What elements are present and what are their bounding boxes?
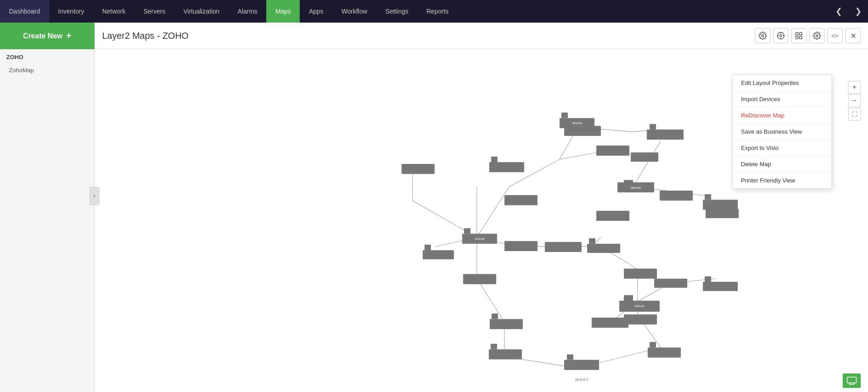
svg-rect-55 xyxy=(505,195,538,205)
svg-rect-82 xyxy=(624,314,657,324)
nav-next-arrow[interactable]: ❯ xyxy=(849,0,868,23)
zoom-controls: + − ⛶ xyxy=(848,81,861,121)
svg-rect-90 xyxy=(564,360,599,370)
nav-reports[interactable]: Reports xyxy=(417,0,458,23)
menu-save-business-view[interactable]: Save as Business View xyxy=(733,124,831,140)
create-new-label: Create New xyxy=(23,32,62,40)
node-25[interactable] xyxy=(490,313,523,329)
nav-alarms[interactable]: Alarms xyxy=(229,0,267,23)
svg-rect-85 xyxy=(491,344,497,349)
node-1[interactable]: device xyxy=(560,112,594,128)
node-11[interactable] xyxy=(703,194,738,210)
node-23[interactable] xyxy=(592,317,628,327)
svg-rect-73 xyxy=(463,274,496,284)
toolbar-code-btn[interactable]: </> xyxy=(827,28,843,43)
nav-servers[interactable]: Servers xyxy=(134,0,174,23)
node-20[interactable] xyxy=(703,276,738,291)
nav-inventory[interactable]: Inventory xyxy=(49,0,94,23)
node-16[interactable] xyxy=(587,238,620,253)
nav-apps[interactable]: Apps xyxy=(300,0,332,23)
node-18[interactable] xyxy=(463,274,496,284)
toolbar-gear-btn[interactable] xyxy=(809,28,825,43)
svg-rect-61 xyxy=(703,200,738,210)
menu-printer-friendly[interactable]: Printer Friendly View xyxy=(733,173,831,188)
nav-settings[interactable]: Settings xyxy=(377,0,418,23)
svg-rect-62 xyxy=(706,209,739,218)
zoom-fit-button[interactable]: ⛶ xyxy=(848,108,861,121)
menu-rediscover-map[interactable]: ReDiscover Map xyxy=(733,107,831,124)
node-22[interactable] xyxy=(654,279,687,288)
node-12[interactable] xyxy=(706,209,739,218)
svg-rect-7 xyxy=(796,33,798,35)
node-17[interactable] xyxy=(423,245,454,260)
nav-workflow[interactable]: Workflow xyxy=(332,0,376,23)
nav-maps[interactable]: Maps xyxy=(266,0,300,23)
node-10[interactable] xyxy=(660,191,693,201)
node-21[interactable]: nexus xyxy=(619,295,660,312)
toolbar-settings-btn[interactable] xyxy=(755,28,770,43)
sidebar-group-zoho[interactable]: ZOHO xyxy=(0,49,94,63)
menu-import-devices[interactable]: Import Devices xyxy=(733,91,831,107)
svg-rect-8 xyxy=(800,33,802,35)
node-3[interactable] xyxy=(647,124,684,140)
svg-text:device: device xyxy=(631,186,642,190)
toolbar-nodes-btn[interactable] xyxy=(791,28,807,43)
node-19[interactable] xyxy=(624,269,657,279)
menu-delete-map[interactable]: Delete Map xyxy=(733,156,831,173)
svg-rect-74 xyxy=(624,269,657,279)
svg-rect-80 xyxy=(654,279,687,288)
svg-rect-89 xyxy=(567,355,573,360)
nav-network[interactable]: Network xyxy=(93,0,134,23)
zoom-out-button[interactable]: − xyxy=(848,94,861,107)
node-hub[interactable]: nexus xyxy=(462,228,497,244)
node-8[interactable] xyxy=(505,195,538,205)
svg-rect-71 xyxy=(425,245,431,250)
svg-point-0 xyxy=(762,35,764,37)
svg-rect-68 xyxy=(545,242,581,252)
node-5[interactable] xyxy=(631,153,658,162)
svg-rect-84 xyxy=(490,319,523,329)
svg-rect-64 xyxy=(464,228,470,233)
node-13[interactable] xyxy=(596,211,629,221)
sidebar-collapse-button[interactable]: ‹ xyxy=(90,187,99,205)
svg-rect-46 xyxy=(566,120,572,126)
toolbar-close-btn[interactable]: ✕ xyxy=(845,28,861,43)
svg-text:nexus: nexus xyxy=(475,237,485,241)
sidebar-item-zohomap[interactable]: ZohoMap xyxy=(0,63,94,77)
zoom-in-button[interactable]: + xyxy=(848,81,861,93)
menu-export-visio[interactable]: Export to Visio xyxy=(733,140,831,156)
node-6[interactable] xyxy=(489,157,524,173)
monitor-icon-button[interactable] xyxy=(843,373,861,388)
nav-virtualization[interactable]: Virtualization xyxy=(175,0,229,23)
nav-prev-arrow[interactable]: ❮ xyxy=(829,0,849,23)
content-area: Layer2 Maps - ZOHO xyxy=(95,23,868,392)
svg-line-20 xyxy=(633,141,660,187)
nav-dashboard[interactable]: Dashboard xyxy=(0,0,49,23)
menu-edit-layout[interactable]: Edit Layout Properties xyxy=(733,75,831,91)
svg-rect-43 xyxy=(561,112,568,118)
svg-rect-59 xyxy=(660,191,693,201)
svg-point-2 xyxy=(780,35,782,37)
svg-rect-67 xyxy=(505,241,538,251)
node-14[interactable] xyxy=(505,241,538,251)
map-canvas[interactable]: device xyxy=(95,49,868,392)
toolbar-target-btn[interactable] xyxy=(773,28,788,43)
node-24[interactable] xyxy=(624,314,657,324)
node-4[interactable] xyxy=(596,145,629,155)
svg-rect-60 xyxy=(705,194,711,200)
svg-text:10.0.0.7: 10.0.0.7 xyxy=(575,378,589,382)
create-new-button[interactable]: Create New + xyxy=(0,23,94,49)
sidebar: Create New + ZOHO ZohoMap xyxy=(0,23,95,392)
node-26[interactable] xyxy=(489,344,522,359)
node-15[interactable] xyxy=(545,242,581,252)
svg-rect-70 xyxy=(587,244,620,253)
svg-rect-51 xyxy=(631,153,658,162)
svg-rect-47 xyxy=(564,126,601,136)
svg-rect-54 xyxy=(401,164,434,174)
node-27[interactable] xyxy=(648,342,681,358)
top-nav: Dashboard Inventory Network Servers Virt… xyxy=(0,0,868,23)
node-28[interactable]: 10.0.0.7 xyxy=(564,355,599,382)
svg-rect-53 xyxy=(489,162,524,172)
svg-rect-50 xyxy=(596,145,629,155)
node-7[interactable] xyxy=(401,164,434,174)
